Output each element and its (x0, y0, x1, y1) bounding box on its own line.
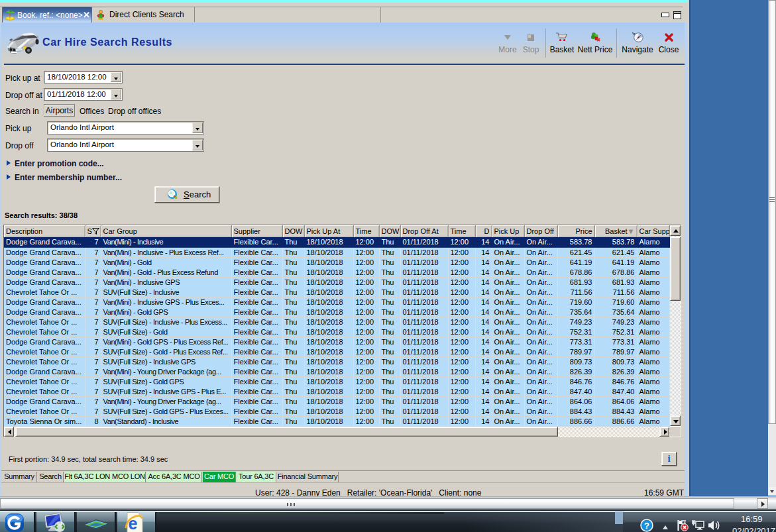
svg-text:e: e (129, 514, 138, 532)
svg-text:?: ? (644, 521, 649, 531)
